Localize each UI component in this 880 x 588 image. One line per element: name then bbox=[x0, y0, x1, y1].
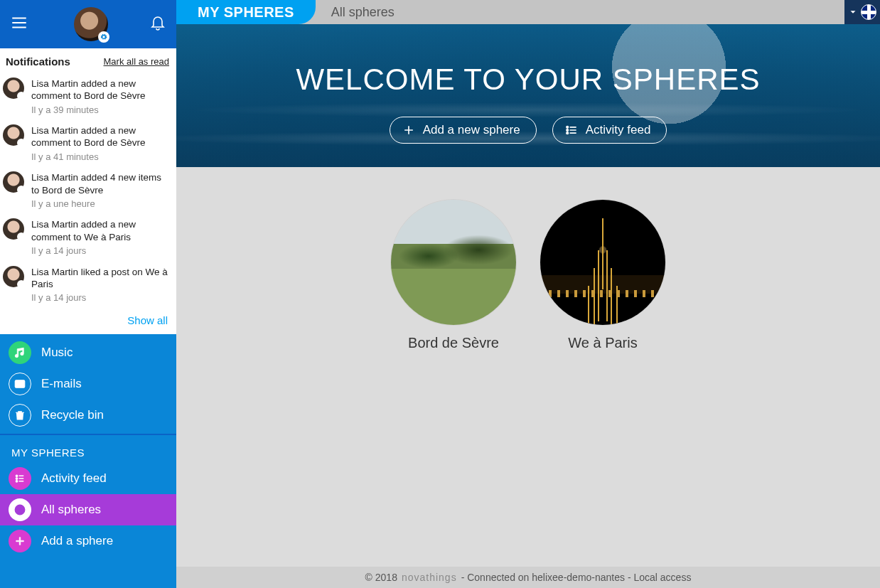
sphere-thumbnail bbox=[540, 200, 665, 325]
sphere-name: We à Paris bbox=[568, 335, 637, 351]
plus-icon bbox=[402, 123, 416, 137]
footer-status: - Connected on helixee-demo-nantes - Loc… bbox=[461, 572, 692, 583]
svg-point-3 bbox=[18, 234, 24, 240]
trash-icon bbox=[9, 404, 31, 427]
sidebar-item-label: Add a sphere bbox=[41, 534, 113, 548]
sidebar-item-label: Activity feed bbox=[41, 471, 107, 486]
breadcrumb[interactable]: All spheres bbox=[316, 0, 410, 24]
activity-feed-button[interactable]: Activity feed bbox=[552, 117, 667, 144]
svg-point-1 bbox=[18, 140, 24, 146]
sidebar-item-add-sphere[interactable]: Add a sphere bbox=[0, 525, 176, 557]
notification-avatar bbox=[3, 124, 24, 146]
notification-time: Il y a une heure bbox=[31, 198, 172, 210]
notification-avatar bbox=[3, 218, 24, 240]
notification-avatar bbox=[3, 77, 24, 99]
notification-time: Il y a 14 jours bbox=[31, 292, 172, 304]
sidebar-item-label: Recycle bin bbox=[41, 408, 104, 422]
svg-point-0 bbox=[18, 93, 24, 99]
notification-item[interactable]: Lisa Martin added a new comment to We à … bbox=[0, 214, 176, 261]
notification-time: Il y a 39 minutes bbox=[31, 105, 172, 117]
sidebar-item-label: E-mails bbox=[41, 377, 82, 391]
notification-text: Lisa Martin added a new comment to Bord … bbox=[31, 77, 172, 102]
music-icon bbox=[9, 341, 31, 364]
sphere-card[interactable]: We à Paris bbox=[539, 200, 667, 567]
spheres-grid: Bord de Sèvre We à Paris bbox=[176, 167, 880, 567]
top-strip: MY SPHERES All spheres bbox=[176, 0, 880, 24]
sidebar: Notifications Mark all as read Lisa Mart… bbox=[0, 0, 176, 588]
svg-point-12 bbox=[567, 132, 569, 134]
footer-copyright: © 2018 bbox=[365, 572, 397, 583]
sidebar-item-recycle-bin[interactable]: Recycle bin bbox=[0, 400, 176, 431]
sidebar-item-all-spheres[interactable]: All spheres bbox=[0, 494, 176, 525]
bell-icon[interactable] bbox=[149, 14, 166, 34]
notification-item[interactable]: Lisa Martin added a new comment to Bord … bbox=[0, 120, 176, 167]
svg-point-7 bbox=[16, 478, 17, 479]
sidebar-item-label: All spheres bbox=[41, 503, 101, 517]
footer-brand: novathings bbox=[402, 572, 457, 583]
svg-point-2 bbox=[18, 187, 24, 193]
activity-feed-label: Activity feed bbox=[586, 123, 651, 137]
sidebar-item-activity-feed[interactable]: Activity feed bbox=[0, 463, 176, 494]
sidebar-header bbox=[0, 0, 176, 48]
notification-time: Il y a 41 minutes bbox=[31, 151, 172, 164]
plus-icon bbox=[9, 530, 31, 552]
main: MY SPHERES All spheres WELCOME TO YOUR S… bbox=[176, 0, 880, 588]
add-sphere-button[interactable]: Add a new sphere bbox=[390, 117, 537, 144]
notification-avatar bbox=[3, 266, 24, 287]
svg-point-11 bbox=[567, 129, 569, 132]
add-sphere-label: Add a new sphere bbox=[423, 123, 520, 137]
globe-icon bbox=[9, 498, 31, 521]
notification-avatar bbox=[3, 171, 24, 193]
sidebar-item-emails[interactable]: E-mails bbox=[0, 368, 176, 400]
notification-item[interactable]: Lisa Martin added 4 new items to Bord de… bbox=[0, 167, 176, 214]
notification-time: Il y a 14 jours bbox=[31, 245, 172, 257]
mail-icon bbox=[9, 373, 31, 395]
sidebar-top-menu: Music E-mails Recycle bin bbox=[0, 334, 176, 434]
sphere-card[interactable]: Bord de Sèvre bbox=[390, 200, 517, 567]
sphere-name: Bord de Sèvre bbox=[408, 335, 499, 351]
language-selector[interactable] bbox=[844, 0, 880, 24]
notification-text: Lisa Martin liked a post on We à Paris bbox=[31, 266, 172, 291]
sidebar-spheres-menu: MY SPHERES Activity feed All spheres Add… bbox=[0, 434, 176, 560]
notifications-title: Notifications bbox=[6, 55, 70, 68]
hero-title: WELCOME TO YOUR SPHERES bbox=[176, 24, 880, 97]
notification-text: Lisa Martin added a new comment to We à … bbox=[31, 218, 172, 243]
svg-point-8 bbox=[16, 480, 17, 481]
list-icon bbox=[9, 467, 31, 490]
sidebar-section-title: MY SPHERES bbox=[0, 438, 176, 463]
list-icon bbox=[564, 123, 579, 137]
mark-all-read-link[interactable]: Mark all as read bbox=[104, 56, 169, 67]
svg-point-4 bbox=[18, 281, 24, 287]
notification-text: Lisa Martin added 4 new items to Bord de… bbox=[31, 171, 172, 196]
sidebar-item-music[interactable]: Music bbox=[0, 337, 176, 368]
chevron-down-icon bbox=[848, 7, 858, 17]
sidebar-item-label: Music bbox=[41, 346, 73, 360]
svg-point-10 bbox=[567, 127, 569, 129]
flag-icon bbox=[861, 4, 876, 20]
menu-icon[interactable] bbox=[10, 14, 28, 35]
gear-icon bbox=[98, 31, 109, 43]
tab-my-spheres[interactable]: MY SPHERES bbox=[176, 0, 316, 24]
footer: © 2018 novathings - Connected on helixee… bbox=[176, 567, 880, 588]
sphere-thumbnail bbox=[391, 200, 516, 325]
notification-item[interactable]: Lisa Martin added a new comment to Bord … bbox=[0, 73, 176, 120]
notification-text: Lisa Martin added a new comment to Bord … bbox=[31, 124, 172, 149]
notifications-panel: Notifications Mark all as read Lisa Mart… bbox=[0, 48, 176, 334]
hero: WELCOME TO YOUR SPHERES Add a new sphere… bbox=[176, 24, 880, 167]
avatar[interactable] bbox=[74, 7, 108, 41]
show-all-link[interactable]: Show all bbox=[127, 314, 168, 326]
svg-point-6 bbox=[16, 475, 17, 476]
notification-item[interactable]: Lisa Martin liked a post on We à Paris I… bbox=[0, 262, 176, 309]
